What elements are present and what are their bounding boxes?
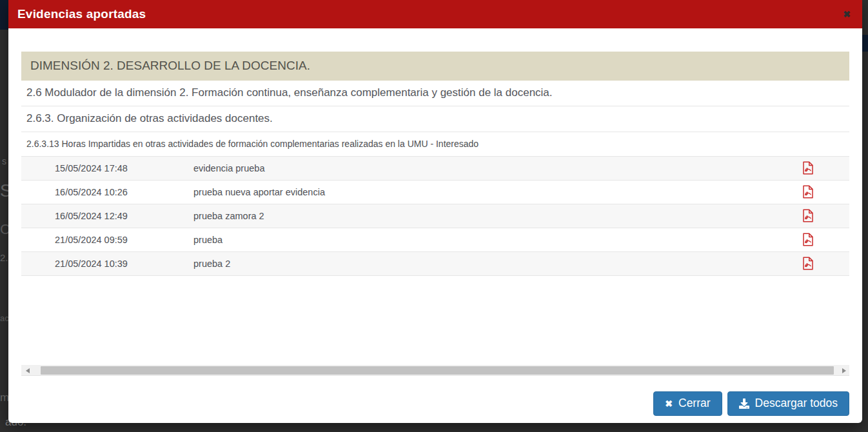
section-row: 2.6.3. Organización de otras actividades… bbox=[21, 106, 849, 132]
cerrar-button[interactable]: ✖ Cerrar bbox=[653, 391, 722, 416]
evidence-row: 16/05/2024 12:49 prueba zamora 2 bbox=[21, 204, 849, 228]
evidence-description: prueba nueva aportar evidencia bbox=[193, 187, 802, 197]
pdf-file-icon[interactable] bbox=[802, 209, 814, 222]
evidence-datetime: 16/05/2024 12:49 bbox=[55, 211, 193, 221]
horizontal-scrollbar[interactable] bbox=[21, 365, 849, 376]
background-navbar-fragment bbox=[0, 0, 8, 30]
evidence-datetime: 21/05/2024 09:59 bbox=[55, 235, 193, 245]
evidencias-modal: Evidencias aportadas ✖ DIMENSIÓN 2. DESA… bbox=[8, 0, 862, 423]
evidence-datetime: 16/05/2024 10:26 bbox=[55, 187, 193, 197]
close-icon[interactable]: ✖ bbox=[842, 8, 852, 20]
evidence-description: evidencia prueba bbox=[193, 163, 802, 173]
pdf-file-icon[interactable] bbox=[802, 233, 814, 246]
modal-header: Evidencias aportadas ✖ bbox=[8, 0, 862, 28]
evidence-row: 21/05/2024 10:39 prueba 2 bbox=[21, 252, 849, 276]
scrollbar-right-arrow-icon[interactable] bbox=[838, 365, 849, 376]
descargar-todos-label: Descargar todos bbox=[755, 397, 838, 410]
evidence-datetime: 15/05/2024 17:48 bbox=[55, 163, 193, 173]
evidence-description: prueba zamora 2 bbox=[193, 211, 802, 221]
evidence-description: prueba bbox=[193, 235, 802, 245]
evidence-scroll-area: DIMENSIÓN 2. DESARROLLO DE LA DOCENCIA. … bbox=[21, 52, 849, 376]
pdf-file-icon[interactable] bbox=[802, 257, 814, 270]
modulator-row: 2.6 Modulador de la dimensión 2. Formaci… bbox=[21, 81, 849, 106]
background-text-fragment: s bbox=[2, 157, 6, 166]
close-x-icon: ✖ bbox=[665, 399, 673, 408]
descargar-todos-button[interactable]: Descargar todos bbox=[727, 391, 849, 416]
background-text-fragment: 2. bbox=[0, 253, 8, 262]
modal-footer: ✖ Cerrar Descargar todos bbox=[21, 391, 849, 423]
evidence-description: prueba 2 bbox=[193, 259, 802, 269]
modal-body: DIMENSIÓN 2. DESARROLLO DE LA DOCENCIA. … bbox=[8, 28, 862, 423]
background-text-fragment: ac bbox=[0, 314, 9, 322]
evidence-datetime: 21/05/2024 10:39 bbox=[55, 259, 193, 269]
background-navbar-fragment bbox=[862, 35, 868, 52]
download-icon bbox=[739, 398, 749, 409]
evidence-row: 15/05/2024 17:48 evidencia prueba bbox=[21, 157, 849, 181]
evidence-row: 21/05/2024 09:59 prueba bbox=[21, 228, 849, 252]
scrollbar-thumb[interactable] bbox=[41, 366, 834, 375]
modal-title: Evidencias aportadas bbox=[17, 7, 146, 21]
dimension-header: DIMENSIÓN 2. DESARROLLO DE LA DOCENCIA. bbox=[21, 52, 849, 81]
pdf-file-icon[interactable] bbox=[802, 161, 814, 175]
cerrar-button-label: Cerrar bbox=[678, 397, 711, 410]
scrollbar-left-arrow-icon[interactable] bbox=[23, 365, 34, 376]
indicator-row: 2.6.3.13 Horas Impartidas en otras activ… bbox=[21, 132, 849, 157]
pdf-file-icon[interactable] bbox=[802, 185, 814, 199]
evidence-row: 16/05/2024 10:26 prueba nueva aportar ev… bbox=[21, 181, 849, 204]
